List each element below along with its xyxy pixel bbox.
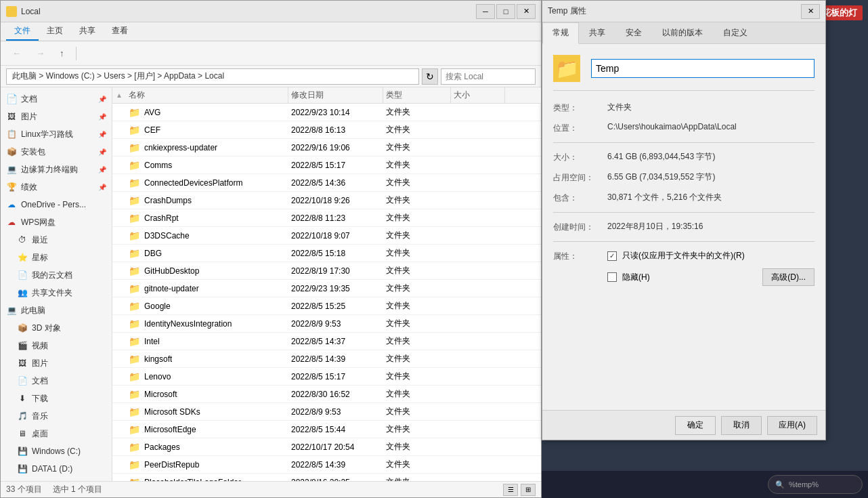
table-row[interactable]: 📁 Microsoft SDKs 2022/8/9 9:53 文件夹	[112, 403, 541, 421]
table-row[interactable]: 📁 GitHubDesktop 2022/8/19 17:30 文件夹	[112, 262, 541, 280]
file-name: IdentityNexusIntegration	[144, 319, 232, 329]
sidebar-item-video[interactable]: 🎬 视频	[1, 337, 112, 354]
file-date: 2022/8/8 16:13	[288, 125, 383, 135]
address-bar: 此电脑 > Windows (C:) > Users > [用户] > AppD…	[1, 66, 541, 87]
taskbar-search[interactable]: 🔍 %temp%	[768, 475, 863, 494]
table-row[interactable]: 📁 IdentityNexusIntegration 2022/8/9 9:53…	[112, 315, 541, 333]
back-button[interactable]: ←	[6, 44, 27, 63]
prop-label-contains: 包含：	[553, 192, 607, 204]
table-row[interactable]: 📁 ConnectedDevicesPlatform 2022/8/5 14:3…	[112, 174, 541, 192]
sidebar-item-3d[interactable]: 📦 3D 对象	[1, 319, 112, 337]
my-cloud-icon: 📄	[17, 270, 28, 281]
address-path[interactable]: 此电脑 > Windows (C:) > Users > [用户] > AppD…	[6, 68, 419, 85]
file-type: 文件夹	[383, 106, 451, 118]
sidebar-item-pc[interactable]: 💻 此电脑	[1, 302, 112, 319]
prop-row-attributes: 属性： 只读(仅应用于文件夹中的文件)(R) 隐藏(H) 高级(D)...	[553, 250, 815, 293]
hidden-checkbox[interactable]	[607, 272, 617, 282]
up-button[interactable]: ↑	[53, 44, 70, 63]
table-row[interactable]: 📁 kingsoft 2022/8/5 14:39 文件夹	[112, 350, 541, 368]
folder-name-input[interactable]	[591, 59, 815, 78]
table-row[interactable]: 📁 AVG 2022/9/23 10:14 文件夹	[112, 104, 541, 121]
sidebar-item-install[interactable]: 📦 安装包 📌	[1, 143, 112, 161]
sidebar-item-documents[interactable]: 📄 文档 📌	[1, 90, 112, 108]
table-row[interactable]: 📁 D3DSCache 2022/10/18 9:07 文件夹	[112, 227, 541, 245]
close-button[interactable]: ✕	[517, 4, 536, 19]
table-row[interactable]: 📁 Packages 2022/10/17 20:54 文件夹	[112, 438, 541, 456]
table-row[interactable]: 📁 CEF 2022/8/8 16:13 文件夹	[112, 121, 541, 139]
table-row[interactable]: 📁 CrashDumps 2022/10/18 9:26 文件夹	[112, 192, 541, 209]
sidebar-item-linux[interactable]: 📋 Linux学习路线 📌	[1, 125, 112, 143]
folder-icon: 📁	[129, 178, 140, 188]
tab-home[interactable]: 主页	[39, 22, 71, 41]
sidebar-item-downloads[interactable]: ⬇ 下载	[1, 390, 112, 407]
sidebar-item-pictures[interactable]: 🖼 图片 📌	[1, 108, 112, 125]
sidebar-item-recent[interactable]: ⏱ 最近	[1, 231, 112, 249]
table-row[interactable]: 📁 cnkiexpress-updater 2022/9/16 19:06 文件…	[112, 139, 541, 157]
cancel-button[interactable]: 取消	[721, 416, 762, 435]
table-row[interactable]: 📁 PeerDistRepub 2022/8/5 14:39 文件夹	[112, 456, 541, 474]
apply-button[interactable]: 应用(A)	[767, 416, 817, 435]
col-header-name[interactable]: 名称	[126, 87, 288, 103]
table-row[interactable]: 📁 Lenovo 2022/8/5 15:17 文件夹	[112, 368, 541, 386]
advanced-button[interactable]: 高级(D)...	[762, 268, 815, 286]
sidebar-item-onedrive[interactable]: ☁ OneDrive - Pers...	[1, 196, 112, 213]
table-row[interactable]: 📁 MicrosoftEdge 2022/8/5 15:44 文件夹	[112, 421, 541, 438]
status-total: 33 个项目	[6, 484, 42, 495]
sidebar-item-my-cloud[interactable]: 📄 我的云文档	[1, 266, 112, 284]
prop-value-disksize: 6.55 GB (7,034,519,552 字节)	[607, 171, 815, 183]
table-row[interactable]: 📁 Google 2022/8/5 15:25 文件夹	[112, 297, 541, 315]
table-row[interactable]: 📁 gitnote-updater 2022/9/23 19:35 文件夹	[112, 280, 541, 297]
sidebar-item-music[interactable]: 🎵 音乐	[1, 407, 112, 425]
linux-icon: 📋	[6, 129, 17, 140]
table-row[interactable]: 📁 PlaceholderTileLogoFolder 2022/8/16 20…	[112, 474, 541, 481]
table-row[interactable]: 📁 Comms 2022/8/5 15:17 文件夹	[112, 157, 541, 174]
maximize-button[interactable]: □	[496, 4, 515, 19]
document-icon: 📄	[6, 94, 17, 104]
minimize-button[interactable]: ─	[476, 4, 495, 19]
file-date: 2022/10/18 9:07	[288, 231, 383, 241]
dialog-close-button[interactable]: ✕	[801, 4, 820, 19]
sidebar-item-wps[interactable]: ☁ WPS网盘	[1, 213, 112, 231]
prop-value-size: 6.41 GB (6,893,044,543 字节)	[607, 151, 815, 163]
table-row[interactable]: 📁 Microsoft 2022/8/30 16:52 文件夹	[112, 386, 541, 403]
search-input[interactable]	[441, 68, 536, 85]
folder-icon: 📁	[129, 125, 140, 136]
sidebar-label-wps: WPS网盘	[21, 217, 56, 228]
sidebar-item-docs[interactable]: 📄 文档	[1, 372, 112, 390]
sidebar-item-windows-c[interactable]: 💾 Windows (C:)	[1, 442, 112, 460]
sidebar-item-perf[interactable]: 🏆 绩效 📌	[1, 178, 112, 196]
tab-view[interactable]: 查看	[104, 22, 136, 41]
sidebar-item-images[interactable]: 🖼 图片	[1, 354, 112, 372]
tab-file[interactable]: 文件	[6, 22, 39, 41]
prop-row-location: 位置： C:\Users\houkaimao\AppData\Local	[553, 122, 815, 134]
sidebar-item-edge[interactable]: 💻 边缘算力终端购 📌	[1, 161, 112, 178]
sidebar-item-shared[interactable]: 👥 共享文件夹	[1, 284, 112, 302]
sidebar-item-desktop[interactable]: 🖥 桌面	[1, 425, 112, 442]
sidebar-item-starred[interactable]: ⭐ 星标	[1, 249, 112, 266]
grid-view-button[interactable]: ⊞	[521, 484, 536, 496]
table-row[interactable]: 📁 CrashRpt 2022/8/8 11:23 文件夹	[112, 209, 541, 227]
file-type: 文件夹	[383, 283, 451, 294]
refresh-button[interactable]: ↻	[422, 68, 438, 85]
dialog-tab-share[interactable]: 共享	[579, 22, 615, 43]
dialog-tab-custom[interactable]: 自定义	[713, 22, 758, 43]
forward-button[interactable]: →	[30, 44, 51, 63]
col-header-size[interactable]: 大小	[451, 87, 505, 103]
list-view-button[interactable]: ☰	[503, 484, 518, 496]
ribbon-tabs: 文件 主页 共享 查看	[1, 22, 541, 41]
table-row[interactable]: 📁 Intel 2022/8/5 14:37 文件夹	[112, 333, 541, 350]
readonly-checkbox[interactable]	[607, 251, 617, 261]
col-header-type[interactable]: 类型	[383, 87, 451, 103]
tab-share[interactable]: 共享	[71, 22, 104, 41]
file-date: 2022/9/23 19:35	[288, 284, 383, 293]
dialog-tab-security[interactable]: 安全	[615, 22, 652, 43]
col-header-date[interactable]: 修改日期	[288, 87, 383, 103]
dialog-tab-previous[interactable]: 以前的版本	[652, 22, 713, 43]
ok-button[interactable]: 确定	[675, 416, 716, 435]
windows-c-icon: 💾	[17, 446, 28, 457]
table-row[interactable]: 📁 DBG 2022/8/5 15:18 文件夹	[112, 245, 541, 262]
sidebar-item-data1[interactable]: 💾 DATA1 (D:)	[1, 460, 112, 478]
file-type: 文件夹	[383, 371, 451, 382]
dialog-tab-general[interactable]: 常规	[542, 22, 579, 44]
file-name: cnkiexpress-updater	[144, 143, 217, 152]
